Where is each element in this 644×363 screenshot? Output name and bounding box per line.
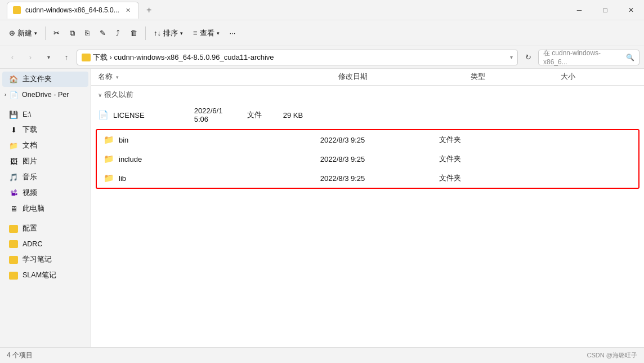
sidebar-slam-label: SLAM笔记 [23, 271, 84, 280]
table-body: ∨ 很久以前 📄 LICENSE 2022/6/1 5:06 文件 [91, 86, 644, 191]
documents-icon: 📁 [9, 141, 18, 150]
watermark-text: CSDN @海璐旺子 [587, 351, 637, 360]
file-modified-bin: 2022/8/3 9:25 [314, 134, 433, 147]
sidebar-item-slam[interactable]: SLAM笔记 [2, 268, 88, 283]
sidebar-item-pictures[interactable]: 🖼 图片 📌 [2, 154, 88, 169]
addressbar-row: ‹ › ▾ ↑ 下载 › cudnn-windows-x86_64-8.5.0.… [0, 46, 644, 69]
address-bar[interactable]: 下载 › cudnn-windows-x86_64-8.5.0.96_cuda1… [77, 50, 518, 65]
sort-button[interactable]: ↑↓ 排序 ▾ [149, 24, 187, 43]
table-row[interactable]: 📄 LICENSE 2022/6/1 5:06 文件 29 KB [91, 102, 332, 128]
file-name-include: include [119, 155, 142, 163]
file-size-include [514, 157, 595, 161]
slam-folder-icon [9, 271, 18, 280]
new-tab-button[interactable]: + [141, 2, 157, 18]
tab-folder-icon [13, 6, 21, 14]
tab-label: cudnn-windows-x86_64-8.5.0... [25, 6, 119, 14]
sidebar-onedrive-label: OneDrive - Per [22, 91, 86, 99]
titlebar: cudnn-windows-x86_64-8.5.0... ✕ + ─ □ ✕ [0, 0, 644, 20]
file-size-bin [514, 138, 595, 142]
sidebar-item-adrc[interactable]: ADRC [2, 237, 88, 251]
sidebar-item-config[interactable]: 配置 [2, 221, 88, 236]
col-modified[interactable]: 修改日期 [332, 69, 464, 86]
toolbar: ⊕ 新建 ▾ ✂ ⧉ ⎘ ✎ ⤴ 🗑 ↑↓ 排序 ▾ ≡ 查看 ▾ ··· [0, 20, 644, 46]
file-name-cell-lib: 📁 lib [104, 173, 307, 183]
onedrive-chevron-icon: › [5, 92, 6, 98]
share-button[interactable]: ⤴ [111, 24, 124, 43]
window-controls: ─ □ ✕ [566, 0, 644, 20]
sidebar-item-study[interactable]: 学习笔记 [2, 252, 88, 267]
file-name: LICENSE [113, 111, 145, 119]
search-box[interactable]: 在 cudnn-windows-x86_6... 🔍 [538, 50, 639, 65]
paste-button[interactable]: ⎘ [80, 24, 94, 43]
col-name[interactable]: 名称 ▾ [91, 69, 332, 86]
file-icon: 📄 [10, 90, 19, 99]
col-size[interactable]: 大小 [554, 69, 644, 86]
sort-arrow-icon: ▾ [116, 74, 119, 80]
table-row-include[interactable]: 📁 include 2022/8/3 9:25 文件夹 [97, 149, 638, 169]
maximize-button[interactable]: □ [592, 0, 618, 20]
share-icon: ⤴ [116, 29, 120, 37]
view-label: 查看 [200, 28, 214, 38]
file-name-cell-include: 📁 include [104, 154, 307, 164]
delete-button[interactable]: 🗑 [126, 24, 142, 43]
copy-button[interactable]: ⧉ [65, 24, 79, 43]
new-chevron-icon: ▾ [34, 30, 37, 36]
address-dropdown-icon[interactable]: ▾ [510, 54, 513, 60]
table-row-lib[interactable]: 📁 lib 2022/8/3 9:25 文件夹 [97, 169, 638, 188]
table-row-bin[interactable]: 📁 bin 2022/8/3 9:25 文件夹 [97, 130, 638, 149]
minimize-button[interactable]: ─ [566, 0, 592, 20]
tab-close-button[interactable]: ✕ [124, 6, 133, 15]
file-type-include: 文件夹 [432, 152, 513, 166]
sidebar-item-thispc[interactable]: 🖥 此电脑 📌 [2, 201, 88, 216]
main-layout: 🏠 主文件夹 › 📄 OneDrive - Per 💾 E:\ 📌 ⬇ 下载 📌… [0, 69, 644, 347]
new-button[interactable]: ⊕ 新建 ▾ [5, 24, 42, 43]
sidebar-item-documents[interactable]: 📁 文档 📌 [2, 138, 88, 153]
toolbar-separator-2 [145, 26, 146, 40]
view-icon: ≡ [193, 29, 198, 37]
refresh-button[interactable]: ↻ [520, 50, 536, 65]
sidebar-item-edrive[interactable]: 💾 E:\ 📌 [2, 107, 88, 122]
thispc-icon: 🖥 [9, 205, 18, 214]
home-icon: 🏠 [9, 75, 18, 84]
view-button[interactable]: ≡ 查看 ▾ [189, 24, 224, 43]
adrc-folder-icon [9, 240, 18, 249]
sort-icon: ↑↓ [154, 29, 161, 37]
more-button[interactable]: ··· [225, 24, 240, 43]
cut-icon: ✂ [53, 29, 60, 37]
close-button[interactable]: ✕ [618, 0, 644, 20]
sidebar-item-home[interactable]: 🏠 主文件夹 [2, 72, 88, 87]
up-button[interactable]: ↑ [59, 50, 74, 65]
sort-chevron-icon: ▾ [180, 30, 183, 36]
group-header-old: ∨ 很久以前 [91, 86, 644, 102]
table-header: 名称 ▾ 修改日期 类型 大小 [91, 69, 644, 86]
file-type: 文件 [240, 108, 276, 122]
videos-icon: 📽 [9, 189, 18, 198]
file-size: 29 KB [276, 109, 312, 122]
recent-button[interactable]: ▾ [41, 50, 56, 65]
address-path: 下载 › cudnn-windows-x86_64-8.5.0.96_cuda1… [93, 52, 508, 63]
group-label: 很久以前 [104, 90, 133, 100]
sidebar-item-music[interactable]: 🎵 音乐 📌 [2, 170, 88, 185]
sidebar-item-onedrive[interactable]: › 📄 OneDrive - Per [0, 87, 91, 102]
study-folder-icon [9, 255, 18, 264]
content-area: 名称 ▾ 修改日期 类型 大小 [91, 69, 644, 347]
sort-label: 排序 [163, 28, 178, 38]
document-icon: 📄 [98, 110, 109, 120]
table-row[interactable]: 📁 bin 2022/8/3 9:25 文件夹 [91, 128, 644, 190]
forward-button[interactable]: › [23, 50, 38, 65]
paste-icon: ⎘ [85, 29, 90, 37]
more-icon: ··· [230, 29, 236, 37]
file-name-cell: 📄 LICENSE [98, 110, 181, 120]
file-table: 名称 ▾ 修改日期 类型 大小 [91, 69, 644, 190]
file-modified-lib: 2022/8/3 9:25 [314, 172, 433, 185]
cut-button[interactable]: ✂ [49, 24, 64, 43]
toolbar-separator-1 [45, 26, 46, 40]
file-type-lib: 文件夹 [432, 171, 513, 185]
back-button[interactable]: ‹ [5, 50, 20, 65]
sidebar-item-videos[interactable]: 📽 视频 📌 [2, 185, 88, 201]
rename-button[interactable]: ✎ [95, 24, 110, 43]
col-type[interactable]: 类型 [464, 69, 554, 86]
active-tab[interactable]: cudnn-windows-x86_64-8.5.0... ✕ [7, 2, 139, 19]
sidebar-item-downloads[interactable]: ⬇ 下载 📌 [2, 122, 88, 138]
sidebar-downloads-label: 下载 [23, 125, 73, 135]
